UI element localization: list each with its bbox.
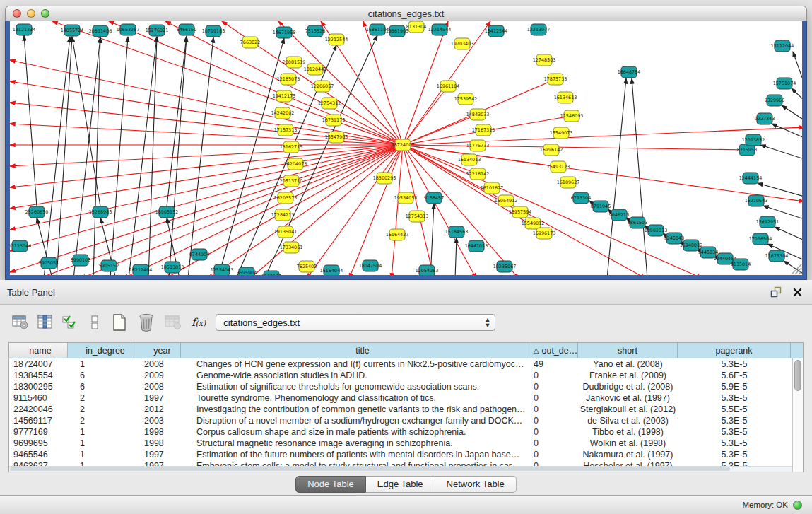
graph-node[interactable]: 11546093	[560, 110, 584, 122]
graph-node[interactable]: 9329966	[765, 95, 784, 106]
select-all-icon[interactable]	[61, 313, 79, 332]
graph-node[interactable]: 17016504	[749, 233, 772, 245]
column-header-short[interactable]: short	[578, 343, 678, 358]
graph-node[interactable]: 7905051	[39, 257, 59, 269]
graph-node[interactable]: 9227343	[755, 113, 775, 124]
graph-node[interactable]: 15493123	[547, 161, 570, 173]
graph-node[interactable]: 16164427	[386, 229, 409, 240]
graph-node[interactable]: 9046213	[609, 209, 629, 221]
graph-node[interactable]: 12214544	[428, 24, 452, 35]
tab-node-table[interactable]: Node Table	[295, 476, 366, 493]
graph-node[interactable]: 15112044	[771, 40, 794, 52]
table-row[interactable]: 1872400712008Changes of HCN gene express…	[9, 358, 803, 370]
delete-column-icon[interactable]	[137, 313, 155, 332]
graph-node[interactable]: 16961104	[437, 81, 460, 92]
tab-network-table[interactable]: Network Table	[435, 476, 517, 493]
graph-node[interactable]: 12748503	[533, 54, 556, 66]
table-row[interactable]: 2242004622012Investigating the contribut…	[9, 404, 803, 415]
graph-node[interactable]: 8990105	[71, 255, 90, 266]
graph-node[interactable]: 17284213	[271, 209, 295, 221]
graph-node[interactable]: 13121334	[13, 24, 36, 35]
table-row[interactable]: 1456911722003Disruption of a novel membe…	[9, 415, 803, 426]
graph-node[interactable]: 15549073	[550, 127, 573, 139]
horizontal-scrollbar[interactable]	[9, 466, 792, 472]
graph-node[interactable]: 9744904	[189, 249, 209, 260]
graph-node[interactable]: 10235067	[493, 261, 517, 272]
column-header-out_de[interactable]: △out_de…	[529, 343, 578, 358]
graph-node[interactable]: 15751074	[773, 78, 796, 89]
graph-node[interactable]: 13123044	[10, 240, 31, 252]
graph-node[interactable]: 15412544	[485, 25, 508, 37]
graph-node[interactable]: 16447013	[465, 240, 488, 252]
graph-node[interactable]: 8131304	[406, 21, 426, 33]
table-row[interactable]: 1938455462009Genome-wide association stu…	[9, 370, 803, 381]
table-row[interactable]: 969969511998Structural magnetic resonanc…	[9, 438, 803, 449]
graph-node[interactable]: 19861905	[386, 25, 409, 37]
graph-node[interactable]: 19534053	[394, 192, 418, 204]
graph-node[interactable]: 17167313	[472, 124, 495, 136]
graph-node[interactable]: 7625402	[297, 261, 317, 272]
graph-node[interactable]: 18047504	[359, 260, 382, 271]
graph-node[interactable]: 17875733	[544, 74, 567, 85]
table-row[interactable]: 911546021997Tourette syndrome. Phenomeno…	[9, 392, 803, 404]
resize-grip-icon[interactable]	[792, 264, 801, 274]
graph-node[interactable]: 5905152	[99, 260, 119, 271]
tab-edge-table[interactable]: Edge Table	[366, 476, 435, 493]
graph-node[interactable]: 12444154	[739, 173, 763, 184]
graph-node[interactable]: 16210643	[745, 195, 768, 206]
graph-node[interactable]: 14055724	[61, 25, 84, 36]
graph-node[interactable]: 7663822	[240, 37, 260, 48]
graph-node[interactable]: 10513013	[161, 262, 184, 273]
graph-node[interactable]: 14843033	[466, 109, 490, 120]
table-row[interactable]: 1830029562008Estimation of significance …	[9, 381, 803, 392]
graph-node[interactable]: 9158457	[424, 192, 444, 204]
graph-node[interactable]: 3595904	[237, 267, 257, 275]
graph-node[interactable]: 19135041	[274, 226, 298, 238]
graph-node[interactable]: 16164044	[320, 265, 343, 275]
vertical-scrollbar[interactable]	[792, 358, 803, 472]
graph-node[interactable]: 11675304	[765, 250, 789, 262]
graph-node[interactable]: 25260650	[25, 206, 49, 218]
column-header-year[interactable]: year	[131, 343, 181, 358]
window-titlebar[interactable]: citations_edges.txt	[5, 6, 807, 21]
graph-node[interactable]: 16101627	[481, 182, 504, 194]
float-panel-icon[interactable]	[768, 285, 784, 299]
graph-node[interactable]: 6466160	[177, 24, 196, 35]
network-canvas[interactable]: 13121334 14055724 20691406 10653287 1527…	[10, 21, 802, 275]
graph-node[interactable]: 10719185	[202, 25, 225, 37]
graph-node[interactable]: 9135014	[731, 259, 751, 270]
graph-node[interactable]: 16648784	[618, 66, 641, 78]
graph-node[interactable]: 15692951	[756, 216, 779, 228]
graph-node[interactable]: 16739175	[322, 115, 346, 126]
graph-node[interactable]: 9861503	[628, 217, 647, 228]
new-column-icon[interactable]	[110, 313, 129, 332]
graph-node[interactable]: 15276021	[146, 25, 169, 36]
function-builder-icon[interactable]: f(x)	[192, 316, 206, 329]
graph-node[interactable]: 9135045	[261, 271, 281, 275]
graph-node[interactable]: 12554043	[211, 264, 234, 275]
graph-node[interactable]: 16996142	[540, 144, 563, 156]
graph-node[interactable]: 19703403	[451, 38, 474, 49]
graph-node[interactable]: 6793304	[571, 192, 591, 204]
graph-node[interactable]: 12212544	[325, 34, 348, 45]
graph-node[interactable]: 20081519	[283, 57, 306, 68]
row-toggle-icon[interactable]	[86, 313, 104, 332]
vertical-scrollbar-thumb[interactable]	[794, 360, 801, 391]
graph-node[interactable]: 17157313	[274, 124, 298, 136]
graph-node[interactable]: 12185073	[277, 74, 300, 85]
graph-node[interactable]: 8791945	[591, 201, 611, 212]
graph-node[interactable]: 12954083	[416, 265, 439, 275]
graph-node[interactable]: 12754312	[318, 98, 341, 109]
graph-node[interactable]: 16109627	[557, 177, 580, 188]
table-chooser-dropdown[interactable]: citations_edges.txt ▲▼	[216, 314, 495, 331]
graph-node[interactable]: 17334061	[280, 242, 303, 253]
graph-node[interactable]: 18905152	[155, 206, 179, 218]
table-row[interactable]: 977716911998Corpus callosum shape and si…	[9, 426, 803, 438]
graph-node[interactable]: 12216142	[466, 168, 490, 180]
graph-node[interactable]: 7515526	[305, 25, 325, 37]
column-header-pagerank[interactable]: pagerank	[678, 343, 791, 358]
table-row[interactable]: 946554611997Estimation of the future num…	[9, 449, 803, 460]
horizontal-scrollbar-thumb[interactable]	[10, 467, 730, 471]
graph-node[interactable]: 12213977	[527, 24, 551, 35]
table-settings-icon[interactable]	[11, 313, 30, 332]
